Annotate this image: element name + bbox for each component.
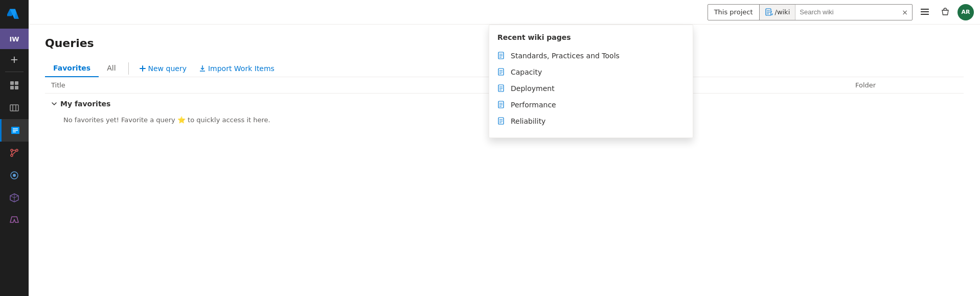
wiki-item-0[interactable]: Standards, Practices and Tools: [489, 48, 693, 64]
wiki-page-icon: [497, 84, 506, 93]
svg-point-18: [13, 174, 16, 177]
sidebar-project-icon[interactable]: IW: [0, 29, 29, 49]
wiki-page-icon: [497, 117, 506, 125]
wiki-item-1[interactable]: Capacity: [489, 64, 693, 80]
wiki-page-icon: [497, 68, 506, 76]
search-scope-button[interactable]: This project: [708, 5, 760, 20]
sidebar-item-overview[interactable]: [0, 74, 29, 97]
sidebar-add-button[interactable]: +: [0, 49, 29, 70]
shopping-bag-icon[interactable]: [937, 4, 953, 20]
col-title: Title: [51, 81, 855, 89]
svg-rect-0: [10, 81, 14, 85]
search-input[interactable]: [795, 5, 898, 20]
chevron-down-icon: [51, 101, 57, 107]
svg-line-16: [13, 151, 16, 154]
topbar: This project /wiki ×: [29, 0, 980, 25]
sidebar-divider: [5, 72, 24, 72]
wiki-doc-icon: [765, 8, 773, 16]
svg-point-12: [11, 154, 13, 156]
svg-rect-24: [921, 9, 929, 10]
view-list-icon[interactable]: [917, 4, 933, 20]
search-wiki-badge[interactable]: /wiki: [760, 5, 796, 20]
tab-favorites[interactable]: Favorites: [45, 60, 99, 77]
svg-rect-26: [921, 14, 929, 15]
dropdown-title: Recent wiki pages: [489, 33, 693, 48]
svg-point-11: [11, 149, 13, 151]
sidebar-item-test[interactable]: [0, 209, 29, 232]
svg-rect-2: [10, 86, 14, 89]
svg-rect-25: [921, 11, 929, 12]
sidebar-item-pipelines[interactable]: [0, 164, 29, 187]
wiki-item-4[interactable]: Reliability: [489, 113, 693, 129]
tab-all[interactable]: All: [99, 60, 124, 77]
tab-separator: [128, 62, 129, 75]
wiki-page-icon: [497, 101, 506, 109]
svg-rect-1: [15, 81, 18, 85]
wiki-page-icon: [497, 52, 506, 60]
sidebar-logo[interactable]: [0, 0, 29, 29]
plus-icon: [139, 65, 146, 72]
search-close-button[interactable]: ×: [898, 8, 912, 16]
import-work-items-button[interactable]: Import Work Items: [193, 60, 281, 77]
search-container: This project /wiki ×: [708, 4, 913, 20]
user-avatar[interactable]: AR: [958, 4, 974, 20]
sidebar-item-boards[interactable]: [0, 97, 29, 119]
wiki-item-2[interactable]: Deployment: [489, 80, 693, 97]
import-icon: [199, 65, 206, 72]
wiki-item-3[interactable]: Performance: [489, 97, 693, 113]
sidebar-item-artifacts[interactable]: [0, 187, 29, 209]
new-query-button[interactable]: New query: [133, 60, 193, 77]
svg-rect-4: [10, 105, 18, 111]
sidebar-item-repos[interactable]: [0, 142, 29, 164]
col-folder: Folder: [855, 81, 958, 89]
svg-rect-3: [15, 86, 18, 89]
svg-point-13: [16, 149, 18, 151]
sidebar: IW +: [0, 0, 29, 296]
wiki-dropdown: Recent wiki pages Standards, Practices a…: [489, 25, 693, 138]
search-wiki-label: /wiki: [775, 8, 790, 16]
svg-rect-28: [140, 68, 146, 69]
sidebar-item-work-items[interactable]: [0, 119, 29, 142]
